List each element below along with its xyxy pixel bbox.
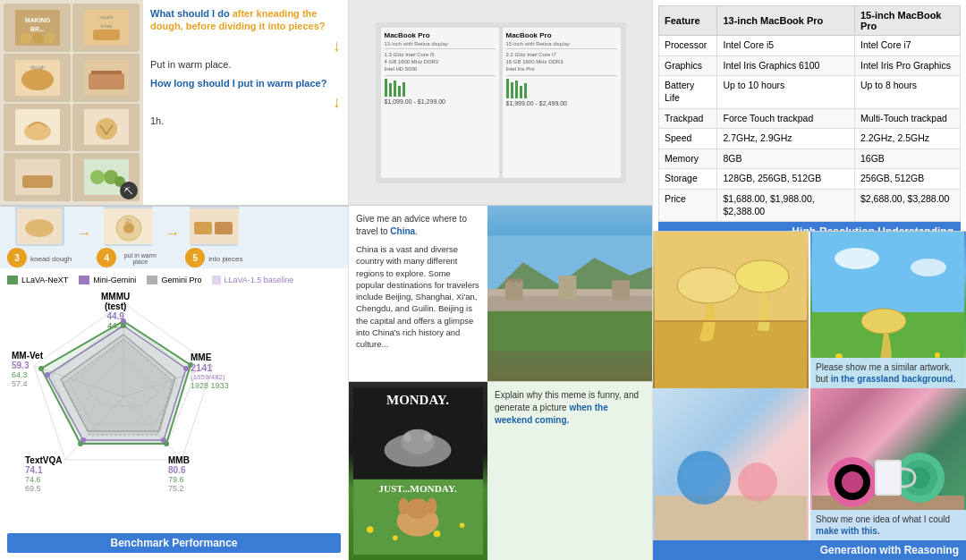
- bread-img-7: [4, 153, 71, 201]
- spec-line-3: [506, 48, 617, 49]
- bread-images: MAKING BR... square bread: [0, 0, 143, 205]
- svg-rect-21: [22, 175, 53, 188]
- svg-rect-63: [559, 276, 577, 300]
- grid-craft: Show me one idea of what I could make wi…: [810, 388, 966, 540]
- row-processor: Processor Intel Core i5 Intel Core i7: [659, 36, 961, 56]
- step-3-img: [15, 206, 64, 246]
- step-3-label: knead dough: [30, 255, 72, 263]
- svg-rect-65: [505, 278, 509, 283]
- svg-text:JUST...MONDAY.: JUST...MONDAY.: [378, 483, 457, 494]
- mmvet-value3: 57.4: [12, 379, 43, 388]
- row-storage: Storage 128GB, 256GB, 512GB 256GB, 512GB: [659, 169, 961, 190]
- cell-storage-13: 128GB, 256GB, 512GB: [717, 169, 855, 190]
- svg-rect-66: [512, 278, 515, 283]
- baseline-square: [212, 276, 221, 284]
- cell-price-15: $2,688.00, $3,288.00: [855, 190, 961, 222]
- grassland-caption-highlight: in the grassland background.: [831, 374, 955, 384]
- svg-rect-33: [194, 222, 212, 234]
- row-trackpad: Trackpad Force Touch trackpad Multi-Touc…: [659, 108, 961, 129]
- step-5-label: into pieces: [208, 255, 242, 263]
- svg-text:1h.: 1h.: [124, 217, 133, 224]
- step-5: 5 into pieces: [185, 206, 242, 268]
- mmmu-label: MMMU (test) 44.9 44.7: [101, 292, 130, 330]
- col-feature: Feature: [659, 6, 717, 36]
- macbook-15-bars: [506, 79, 617, 98]
- svg-text:MAKING: MAKING: [24, 17, 50, 23]
- cell-price-13: $1,688.00, $1,988.00, $2,388.00: [717, 190, 855, 222]
- svg-point-78: [434, 530, 440, 537]
- row-price: Price $1,688.00, $1,988.00, $2,388.00 $2…: [659, 190, 961, 222]
- row-graphics: Graphics Intel Iris Graphics 6100 Intel …: [659, 55, 961, 76]
- spec-line-1: [385, 48, 496, 49]
- mmmu-title: MMMU: [101, 292, 130, 301]
- high-res-label: High-Resolution Understanding: [658, 222, 961, 232]
- step-3: 3 knead dough: [7, 206, 72, 268]
- gen-label: Generation with Reasoning: [653, 540, 966, 560]
- cell-trackpad-13: Force Touch trackpad: [717, 108, 855, 129]
- step-4-label: put in warm place: [120, 252, 160, 265]
- meme-image: MONDAY. JUST...MOND: [349, 382, 487, 560]
- cell-graphics-label: Graphics: [659, 55, 717, 76]
- benchmark-title: Benchmark Performance: [7, 533, 341, 553]
- svg-rect-99: [655, 496, 807, 540]
- mmvet-value2: 64.3: [12, 370, 43, 379]
- macbook-15-subtitle: 15-inch with Retina display: [506, 41, 617, 47]
- svg-rect-64: [612, 280, 630, 300]
- svg-point-4: [32, 33, 43, 44]
- grid-grassland: Please show me a similar artwork, but in…: [810, 232, 966, 388]
- svg-point-17: [24, 123, 51, 140]
- legend-gemini-pro: Gemini Pro: [147, 276, 201, 284]
- svg-point-23: [90, 170, 105, 184]
- spec-line-4: [506, 75, 617, 76]
- main-container: MAKING BR... square bread: [0, 0, 966, 560]
- textvqa-value: 74.1: [25, 465, 63, 475]
- step-4-img: 1h.: [104, 206, 153, 246]
- bread-section: MAKING BR... square bread: [0, 0, 348, 206]
- legend-mini-gemini-label: Mini-Gemini: [93, 276, 136, 284]
- svg-point-98: [861, 309, 906, 334]
- image-grid-bottom: Show me one idea of what I could make wi…: [653, 388, 966, 540]
- row-speed: Speed 2.7GHz, 2.9GHz 2.2GHz, 2.5GHz: [659, 129, 961, 149]
- macbook-card-15: MacBook Pro 15-inch with Retina display …: [503, 28, 621, 178]
- svg-rect-68: [487, 311, 652, 352]
- bread-img-3: dough: [4, 54, 71, 102]
- legend-gemini-pro-color: [147, 276, 157, 284]
- svg-text:MONDAY.: MONDAY.: [386, 393, 449, 407]
- svg-text:dough: dough: [30, 64, 45, 70]
- svg-point-87: [677, 267, 740, 303]
- svg-point-79: [460, 522, 465, 528]
- middle-panel: MacBook Pro 13-inch with Retina display …: [349, 0, 653, 560]
- qa-q1-text: What should I do: [150, 8, 233, 19]
- bread-img-8: ⛏: [72, 153, 140, 201]
- mmb-value2: 79.6: [168, 475, 190, 484]
- textvqa-value3: 69.5: [25, 484, 63, 493]
- svg-rect-110: [877, 462, 900, 494]
- step-3-number: 3: [7, 248, 27, 267]
- craft-caption-text: Show me one idea of what I could: [816, 514, 950, 524]
- cell-speed-label: Speed: [659, 129, 717, 149]
- svg-point-5: [44, 33, 55, 44]
- textvqa-title: TextVQA: [25, 455, 63, 465]
- image-grid-top: Please show me a similar artwork, but in…: [653, 232, 966, 388]
- benchmark-section: LLaVA-NeXT Mini-Gemini Gemini Pro LLaVA-…: [0, 268, 348, 560]
- mme-label: MME 2141 (1659/482) 1928 1933: [191, 352, 229, 390]
- svg-point-105: [842, 471, 863, 493]
- cell-graphics-13: Intel Iris Graphics 6100: [717, 55, 855, 76]
- chart-labels: MMMU (test) 44.9 44.7 MME 2141 (1659/482…: [12, 290, 240, 505]
- cell-battery-15: Up to 8 hours: [855, 76, 961, 108]
- right-panel: Feature 13-inch MacBook Pro 15-inch MacB…: [653, 0, 966, 560]
- travel-image: [487, 206, 652, 381]
- baseline-label: LLaVA-1.5 baseline: [224, 276, 293, 284]
- craft-caption-highlight: make with this.: [816, 526, 880, 536]
- arrow-right-1: →: [77, 225, 91, 242]
- macbook-section: MacBook Pro 13-inch with Retina display …: [349, 0, 652, 206]
- mme-value3: 1928 1933: [191, 381, 229, 390]
- col-15inch: 15-inch MacBook Pro: [855, 6, 961, 36]
- svg-point-76: [367, 526, 373, 532]
- grid-yarn: [653, 388, 809, 540]
- bread-img-4: [72, 54, 140, 102]
- step-5-number: 5: [185, 248, 205, 267]
- row-battery: Battery Life Up to 10 hours Up to 8 hour…: [659, 76, 961, 108]
- mmvet-title: MM-Vet: [12, 351, 43, 361]
- legend-mini-gemini-color: [79, 276, 89, 284]
